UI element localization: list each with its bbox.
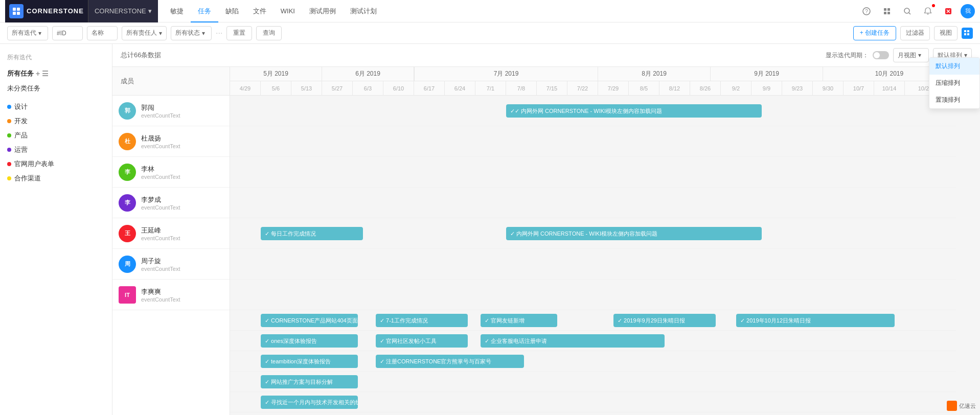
nav-item-files[interactable]: 文件 [246,0,274,22]
view-mode-select[interactable]: 月视图 ▾ [893,48,929,62]
reset-button[interactable]: 重置 [226,26,252,40]
gantt-row-1 [230,126,956,157]
help-icon-btn[interactable]: ? [858,3,875,19]
week-13: 7/29 [598,81,629,95]
member-info-3: 李梦成 eventCountText [141,195,180,211]
dot-design [7,105,11,109]
week-9: 7/1 [475,81,506,95]
sidebar-group-dev[interactable]: 开发 [0,114,112,128]
bottom-bar-6[interactable]: ✓ 官网社区发帖小工具 [376,334,468,348]
sort-option-compact[interactable]: 压缩排列 [929,75,979,91]
close-icon-btn[interactable] [940,3,956,19]
bell-icon-btn[interactable] [920,3,936,19]
name-label: 名称 [92,29,104,37]
week-12: 7/22 [567,81,598,95]
week-11: 7/15 [537,81,567,95]
content-area: 总计66条数据 显示迭代周期： 月视图 ▾ 默认排列 ▾ [112,44,980,415]
nav-item-tasks[interactable]: 任务 [191,0,218,22]
member-info-5: 周子旋 eventCountText [141,257,180,272]
bar-guochang-wiki[interactable]: ✓ ✓ 内网外网 CORNERSTONE - WIKI模块左侧内容加载问题 [506,104,762,118]
bottom-bar-1[interactable]: ✓ 7-1工作完成情况 [376,314,468,327]
iteration-filter[interactable]: 所有迭代 ▾ [7,26,48,40]
add-task-icon[interactable]: + [36,70,40,78]
sidebar-group-design[interactable]: 设计 [0,100,112,114]
main-nav: 敏捷 任务 缺陷 文件 WIKI 测试用例 测试计划 [163,0,858,22]
week-19: 9/23 [782,81,813,95]
week-6: 6/10 [383,81,414,95]
gantt-months-row: 5月 2019 6月 2019 7月 2019 8月 2019 9月 2019 … [230,67,980,81]
logo-sub-text: CORNERSTONE [95,7,146,15]
sidebar-group-ops[interactable]: 运营 [0,143,112,157]
bottom-bar-8[interactable]: ✓ teambition深度体验报告 [261,355,358,368]
bottom-row-6: ✓ 技术类网站对比收集，广告投放询价 [230,412,956,415]
bottom-bar-5[interactable]: ✓ ones深度体验报告 [261,334,358,348]
avatar-1: 杜 [119,133,136,150]
avatar-6: IT [119,286,136,304]
week-18: 9/9 [751,81,782,95]
bottom-bar-7[interactable]: ✓ 企业客服电话注册申请 [481,334,665,348]
bottom-bar-10[interactable]: ✓ 网站推广方案与目标分解 [261,375,358,388]
content-header: 总计66条数据 显示迭代周期： 月视图 ▾ 默认排列 ▾ [112,44,980,67]
svg-rect-19 [967,33,969,35]
name-filter[interactable]: 名称 [87,26,118,40]
bar-wang-daily[interactable]: ✓ 每日工作完成情况 [261,227,363,240]
assignee-filter[interactable]: 所有责任人 ▾ [122,26,167,40]
status-arrow: ▾ [202,30,205,37]
sidebar-tasks-title[interactable]: 所有任务 + ☰ [0,66,112,81]
week-17: 9/2 [721,81,751,95]
assignee-arrow: ▾ [159,30,162,37]
nav-item-bugs[interactable]: 缺陷 [218,0,246,22]
iteration-arrow: ▾ [38,30,41,37]
bottom-bar-2[interactable]: ✓ 官网友链新增 [481,314,557,327]
view-toggle-btn[interactable] [962,28,973,39]
view-button[interactable]: 视图 [934,26,958,40]
member-info-6: 李爽爽 eventCountText [141,287,180,303]
sidebar-group-product[interactable]: 产品 [0,128,112,143]
top-nav: CORNERSTONE CORNERSTONE ▾ 敏捷 任务 缺陷 文件 WI… [0,0,980,22]
gantt-row-6 [230,280,956,310]
total-count: 总计66条数据 [121,51,161,60]
bottom-bar-3[interactable]: ✓ 2019年9月29日朱晴日报 [613,314,716,327]
sidebar-unclassified[interactable]: 未分类任务 [0,81,112,96]
list-icon[interactable]: ☰ [42,70,49,78]
bottom-bar-11[interactable]: ✓ 寻找近一个月内与技术开发相关的线下沙龙... [261,396,358,409]
nav-item-wiki[interactable]: WIKI [274,0,302,22]
bottom-bar-9[interactable]: ✓ 注册CORNERSTONE官方熊掌号与百家号 [376,355,524,368]
period-toggle[interactable] [873,51,889,59]
bottom-bar-4[interactable]: ✓ 2019年10月12日朱晴日报 [736,314,895,327]
svg-point-10 [904,8,909,13]
sort-option-default[interactable]: 默认排列 [929,58,979,75]
id-filter[interactable]: #ID [52,26,83,40]
week-10: 7/8 [506,81,537,95]
logo-sub-selector[interactable]: CORNERSTONE ▾ [88,0,158,22]
svg-rect-7 [887,8,890,11]
filter-button[interactable]: 过滤器 [900,26,930,40]
bottom-logo: 亿速云 [947,401,976,411]
dot-ops [7,148,11,152]
filter-sep: ··· [216,29,222,38]
bar-wang-wiki[interactable]: ✓ 内网外网 CORNERSTONE - WIKI模块左侧内容加载问题 [506,227,762,240]
user-avatar[interactable]: 我 [961,4,975,18]
bottom-bar-0[interactable]: ✓ CORNERSTONE产品网站404页面，建议重... [261,314,358,327]
member-row-0: 郭 郭闯 eventCountText [112,96,230,126]
dot-website [7,162,11,166]
week-16: 8/26 [690,81,721,95]
gantt-row-0: ✓ ✓ 内网外网 CORNERSTONE - WIKI模块左侧内容加载问题 [230,96,956,126]
nav-item-agile[interactable]: 敏捷 [163,0,191,22]
dot-dev [7,119,11,123]
sidebar-group-website[interactable]: 官网用户表单 [0,157,112,171]
sidebar: 所有迭代 所有任务 + ☰ 未分类任务 设计 开发 产品 运营 官网用户 [0,44,112,415]
grid-icon-btn[interactable] [879,3,895,19]
nav-item-testcases[interactable]: 测试用例 [302,0,343,22]
gantt-member-header: 成员 [112,67,230,96]
filter-bar: 所有迭代 ▾ #ID 名称 所有责任人 ▾ 所有状态 ▾ ··· 重置 查询 +… [0,22,980,44]
sort-option-top[interactable]: 置顶排列 [929,91,979,108]
search-button[interactable]: 查询 [256,26,282,40]
nav-item-testplan[interactable]: 测试计划 [343,0,384,22]
status-filter[interactable]: 所有状态 ▾ [171,26,212,40]
dot-partner [7,176,11,180]
member-info-2: 李林 eventCountText [141,165,180,180]
sidebar-group-partner[interactable]: 合作渠道 [0,171,112,186]
create-task-button[interactable]: + 创建任务 [853,26,896,40]
search-icon-btn[interactable] [899,3,916,19]
